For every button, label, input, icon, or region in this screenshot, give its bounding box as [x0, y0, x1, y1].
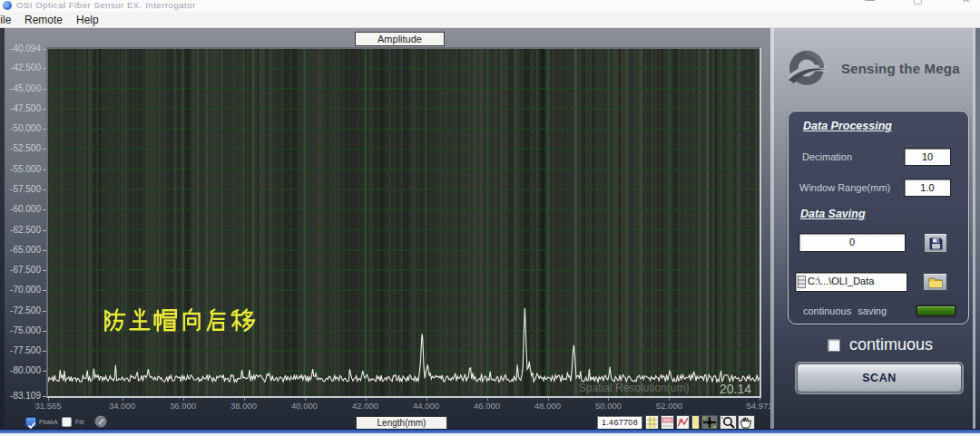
x-tick-label: 50.000: [581, 401, 635, 411]
browse-folder-button[interactable]: [923, 273, 947, 291]
x-tick-label: 36.000: [156, 401, 211, 411]
checkbox-peak-a-label: PeakA: [39, 419, 58, 425]
spatial-resolution-value: 20.14: [720, 382, 751, 396]
y-tick-label: -52.500: [1, 143, 41, 153]
continuous-saving-label: continuous saving: [803, 305, 887, 316]
main-area: Amplitude -40.094-42.500-45.000-47.500-5…: [0, 28, 980, 429]
maximize-button[interactable]: ▢: [913, 0, 922, 5]
checkbox-filt-label: Filt: [75, 419, 83, 425]
window-range-label: Window Range(mm): [799, 182, 890, 193]
company-logo-icon: [785, 46, 828, 93]
y-tick-label: -72.500: [1, 305, 41, 315]
x-tick-label: 40.000: [278, 401, 332, 411]
x-tick-label: 44.000: [399, 401, 454, 411]
x-tick-label: 31.565: [21, 401, 75, 411]
x-tick-label: 48.000: [521, 401, 575, 411]
data-processing-title: Data Processing: [803, 120, 892, 132]
y-tick-label: -55.000: [1, 164, 41, 174]
y-tick-label: -65.000: [1, 245, 41, 255]
y-tick-label: -83.109: [1, 391, 41, 401]
checkbox-filt[interactable]: [62, 417, 72, 427]
y-tick-label: -67.500: [1, 265, 41, 275]
continuous-checkbox[interactable]: [828, 339, 840, 352]
menu-remote[interactable]: Remote: [24, 14, 63, 26]
window-range-input[interactable]: 1.0: [904, 179, 951, 197]
settings-group-box: Data Processing Decimation 10 Window Ran…: [788, 111, 969, 325]
x-tick-label: 52.000: [642, 401, 696, 411]
y-tick-label: -42.500: [1, 63, 41, 73]
save-button[interactable]: [924, 233, 947, 253]
pan-tool[interactable]: [738, 415, 755, 430]
y-tick-label: -80.000: [1, 365, 41, 375]
continuous-saving-led: [916, 305, 956, 317]
y-autoscale-button[interactable]: [676, 415, 690, 430]
app-window: OSI Optical Fiber Sensor EX. Interrogato…: [0, 0, 980, 436]
svg-text:*: *: [721, 416, 723, 421]
y-tick-label: -45.000: [1, 83, 41, 93]
menu-bar: File Remote Help: [0, 12, 980, 28]
plot-title-tab: Amplitude: [355, 32, 445, 46]
company-slogan: Sensing the Mega: [841, 61, 960, 76]
minimize-button[interactable]: —: [865, 0, 875, 5]
decimation-input[interactable]: 10: [904, 148, 951, 166]
close-button[interactable]: ✕: [962, 0, 970, 5]
checkbox-peak-a[interactable]: [25, 417, 36, 427]
spatial-resolution-label: Spatial Resolution(um): [579, 382, 689, 394]
data-saving-title: Data Saving: [800, 208, 866, 220]
control-panel: Sensing the Mega Data Processing Decimat…: [774, 28, 980, 429]
y-tick-label: -77.500: [1, 345, 41, 355]
save-path-input[interactable]: C:\...\OLI_Data: [795, 272, 907, 292]
save-index-input[interactable]: 0: [799, 233, 906, 252]
x-axis-label-box: Length(mm): [356, 416, 447, 430]
scale-format-button[interactable]: [691, 415, 700, 430]
zoom-tool[interactable]: *: [720, 415, 737, 430]
decimation-label: Decimation: [802, 151, 852, 162]
cursor-value-display: 1.467708: [597, 416, 642, 430]
y-tick-label: -60.000: [1, 204, 41, 214]
y-tick-label: -50.000: [1, 123, 41, 133]
app-icon: [3, 1, 12, 10]
title-bar: OSI Optical Fiber Sensor EX. Interrogato…: [0, 0, 980, 12]
y-tick-label: -62.500: [1, 225, 41, 235]
scale-lock-button[interactable]: [645, 415, 659, 430]
x-tick-label: 34.000: [95, 401, 150, 411]
x-tick-label: 42.000: [338, 401, 393, 411]
save-path-text: C:\...\OLI_Data: [808, 276, 874, 286]
menu-file[interactable]: File: [0, 14, 11, 26]
menu-help[interactable]: Help: [76, 14, 99, 26]
path-field-icon: [798, 276, 806, 288]
window-title: OSI Optical Fiber Sensor EX. Interrogato…: [16, 0, 196, 10]
y-tick-label: -40.094: [1, 44, 41, 53]
y-tick-label: -70.000: [1, 285, 41, 295]
x-tick-label: 46.000: [460, 401, 514, 411]
y-tick-label: -57.500: [1, 184, 41, 194]
scan-button[interactable]: SCAN: [797, 363, 962, 392]
x-autoscale-button[interactable]: [661, 415, 674, 430]
cursor-move-tool[interactable]: [701, 415, 718, 430]
folder-icon: [928, 276, 943, 288]
x-tick-label: 38.000: [217, 401, 271, 411]
continuous-checkbox-label: contimuous: [849, 335, 933, 354]
waveform-graph[interactable]: Spatial Resolution(um)20.14: [46, 47, 761, 398]
window-right-edge-dark: [975, 28, 980, 429]
y-tick-label: -75.000: [1, 325, 41, 335]
floppy-disk-icon: [929, 237, 943, 250]
y-tick-label: -47.500: [1, 103, 41, 113]
